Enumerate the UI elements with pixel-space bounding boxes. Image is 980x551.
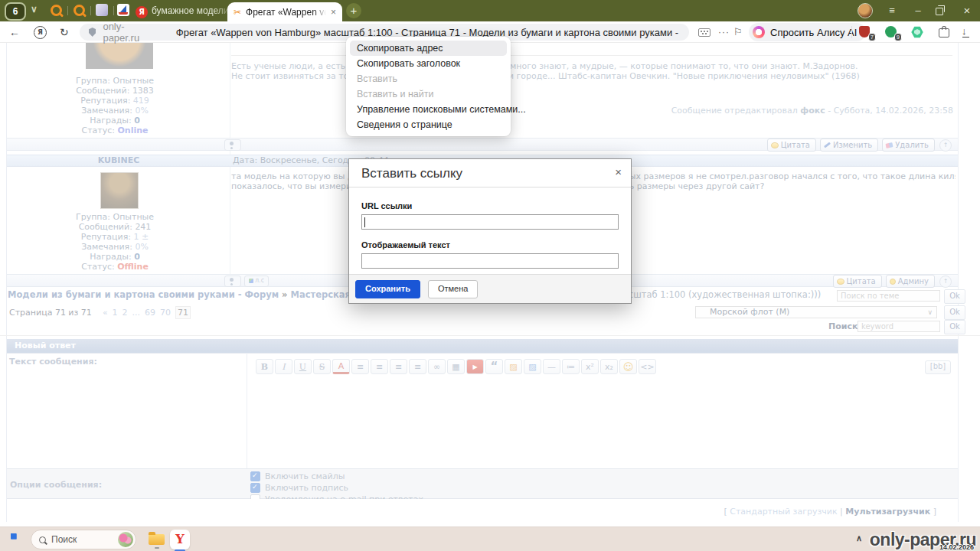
watermark-date: 14.02.2026: [939, 543, 974, 551]
tab-close-icon[interactable]: ×: [331, 7, 336, 18]
yandex-icon: Я: [136, 6, 148, 18]
taskbar-search[interactable]: Поиск: [31, 530, 136, 549]
dialog-title: Вставить ссылку: [361, 166, 462, 181]
menu-item-paste[interactable]: Вставить: [346, 71, 511, 86]
url-input[interactable]: [361, 214, 619, 230]
display-text-label: Отображаемый текст: [361, 240, 619, 249]
yandex-services-icon[interactable]: Я: [34, 26, 47, 39]
pinned-tab-boat[interactable]: [116, 4, 130, 18]
windows-taskbar: Поиск Y ∧: [0, 527, 980, 551]
alice-icon: [753, 26, 765, 38]
alice-label: Спросить Алису AI: [770, 27, 857, 38]
menu-item-copy-title[interactable]: Скопировать заголовок: [346, 56, 511, 71]
magnifier-icon: [51, 5, 62, 16]
scissors-favicon-icon: ✂: [234, 7, 241, 18]
extensions-puzzle-icon[interactable]: [939, 26, 952, 39]
screen: 6 ∨ Я бумажное моделировани ✂ Фрегат «Wa…: [0, 0, 980, 551]
browser-context-menu: Скопировать адресСкопировать заголовокВс…: [346, 37, 511, 136]
browser-menu-icon[interactable]: ≡: [880, 0, 903, 21]
url-label: URL ссылки: [361, 201, 619, 210]
dialog-body: URL ссылки Отображаемый текст: [349, 187, 631, 269]
pinned-separator: [90, 6, 91, 15]
dialog-close-icon[interactable]: ×: [615, 165, 622, 178]
downloads-icon[interactable]: ↓: [962, 21, 967, 41]
file-explorer-icon[interactable]: [149, 534, 165, 545]
active-tab-title: Фрегат «Wappen von H: [246, 7, 326, 18]
window-close-button[interactable]: ×: [956, 0, 978, 21]
browser-tab-strip: 6 ∨ Я бумажное моделировани ✂ Фрегат «Wa…: [0, 0, 980, 21]
keyboard-icon[interactable]: [698, 28, 710, 37]
tab-yandex-favicon[interactable]: Я: [135, 4, 149, 18]
taskbar-search-placeholder: Поиск: [51, 534, 113, 545]
extension-adblock-icon[interactable]: 7: [859, 26, 872, 39]
more-options-icon[interactable]: ···: [718, 21, 730, 43]
menu-item-paste-and-search[interactable]: Вставить и найти: [346, 86, 511, 102]
insert-link-dialog: Вставить ссылку × URL ссылки Отображаемы…: [348, 158, 632, 304]
display-text-input[interactable]: [361, 253, 619, 269]
tabs-dropdown-chevron-icon[interactable]: ∨: [31, 4, 38, 15]
magnifier-icon: [39, 536, 46, 543]
tray-chevron-icon[interactable]: ∧: [856, 533, 862, 543]
menu-item-copy-address[interactable]: Скопировать адрес: [350, 41, 507, 56]
bookmark-icon[interactable]: ⚐: [733, 21, 743, 43]
menu-item-manage-search-engines[interactable]: Управление поисковыми системами...: [346, 102, 511, 117]
refresh-button[interactable]: ↻: [60, 21, 69, 43]
url-host: only-paper.ru: [103, 21, 157, 44]
extension-hexagon-icon[interactable]: [911, 26, 924, 39]
text-caret: [364, 217, 365, 227]
cancel-button[interactable]: Отмена: [428, 280, 478, 298]
extension-green-icon[interactable]: 9: [885, 26, 898, 39]
menu-item-page-info[interactable]: Сведения о странице: [346, 117, 511, 132]
ask-alice-button[interactable]: Спросить Алису AI: [749, 23, 866, 41]
window-restore-button[interactable]: [936, 8, 943, 15]
inactive-tab-title[interactable]: бумажное моделировани: [152, 5, 234, 16]
extension-badge: 9: [894, 33, 902, 41]
new-tab-button[interactable]: +: [346, 3, 361, 18]
start-button[interactable]: [11, 533, 23, 546]
protect-shield-icon[interactable]: [89, 28, 96, 37]
picture-icon: [96, 4, 108, 16]
pinned-separator: [113, 6, 114, 15]
active-tab[interactable]: ✂ Фрегат «Wappen von H ×: [227, 2, 342, 21]
tab-counter-button[interactable]: 6: [5, 2, 26, 21]
yandex-browser-taskbar-icon[interactable]: Y: [170, 530, 190, 549]
pinned-tab-search-2[interactable]: [72, 4, 86, 18]
browser-profile-avatar[interactable]: [858, 3, 873, 18]
puzzle-icon: [939, 28, 949, 37]
sailboat-icon: [117, 4, 129, 16]
hexagon-shield-icon: [911, 26, 923, 38]
pinned-tab-search-1[interactable]: [49, 4, 63, 18]
save-button[interactable]: Сохранить: [355, 280, 420, 298]
extension-badge: 7: [868, 33, 876, 41]
window-minimize-button[interactable]: –: [906, 0, 929, 21]
pinned-tab-picture[interactable]: [95, 4, 109, 18]
toolbar-divider: [851, 26, 852, 38]
dialog-header: Вставить ссылку ×: [349, 159, 631, 187]
dialog-footer: Сохранить Отмена: [349, 274, 631, 303]
back-button[interactable]: ←: [9, 21, 20, 43]
magnifier-icon: [74, 5, 85, 16]
pinned-separator: [67, 6, 68, 15]
search-highlight-image[interactable]: [118, 532, 133, 547]
